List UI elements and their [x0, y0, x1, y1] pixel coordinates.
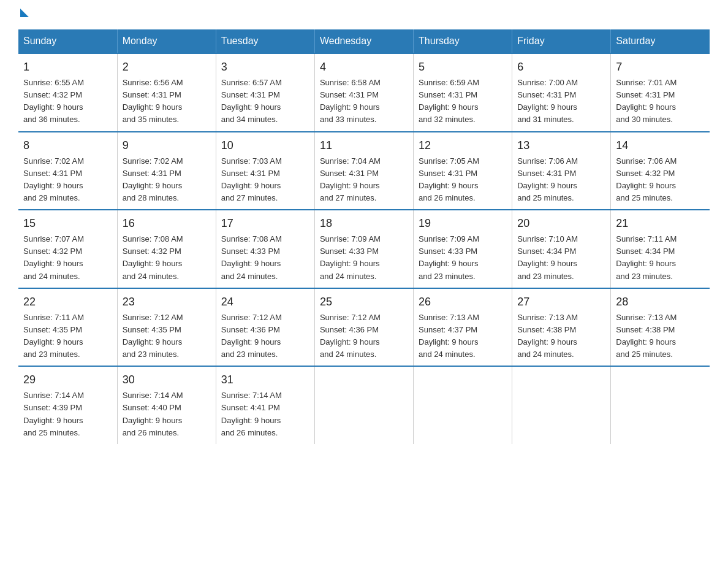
day-info: Sunrise: 7:13 AM Sunset: 4:38 PM Dayligh… [517, 312, 605, 361]
calendar-cell: 27 Sunrise: 7:13 AM Sunset: 4:38 PM Dayl… [512, 288, 611, 367]
day-info: Sunrise: 7:06 AM Sunset: 4:32 PM Dayligh… [616, 155, 705, 205]
day-number: 12 [419, 137, 507, 154]
day-number: 30 [123, 372, 211, 388]
day-number: 26 [419, 294, 507, 310]
day-number: 2 [123, 59, 211, 75]
calendar-cell: 11 Sunrise: 7:04 AM Sunset: 4:31 PM Dayl… [314, 132, 413, 210]
day-number: 4 [320, 59, 408, 75]
calendar-week-row: 29 Sunrise: 7:14 AM Sunset: 4:39 PM Dayl… [18, 366, 710, 444]
calendar-cell: 8 Sunrise: 7:02 AM Sunset: 4:31 PM Dayli… [18, 132, 117, 210]
header-monday: Monday [117, 29, 216, 53]
day-info: Sunrise: 7:11 AM Sunset: 4:34 PM Dayligh… [616, 233, 705, 283]
day-number: 7 [616, 59, 705, 75]
day-info: Sunrise: 7:11 AM Sunset: 4:35 PM Dayligh… [23, 312, 112, 361]
calendar-week-row: 8 Sunrise: 7:02 AM Sunset: 4:31 PM Dayli… [18, 132, 710, 210]
calendar-cell: 24 Sunrise: 7:12 AM Sunset: 4:36 PM Dayl… [216, 288, 314, 367]
day-number: 17 [221, 215, 309, 232]
day-info: Sunrise: 7:14 AM Sunset: 4:41 PM Dayligh… [221, 389, 309, 439]
day-info: Sunrise: 7:02 AM Sunset: 4:31 PM Dayligh… [123, 155, 211, 205]
day-number: 11 [320, 137, 408, 154]
calendar-cell: 30 Sunrise: 7:14 AM Sunset: 4:40 PM Dayl… [117, 366, 216, 444]
calendar-week-row: 15 Sunrise: 7:07 AM Sunset: 4:32 PM Dayl… [18, 210, 710, 288]
calendar-cell: 25 Sunrise: 7:12 AM Sunset: 4:36 PM Dayl… [314, 288, 413, 367]
calendar-header-row: SundayMondayTuesdayWednesdayThursdayFrid… [18, 29, 710, 53]
day-info: Sunrise: 7:02 AM Sunset: 4:31 PM Dayligh… [23, 155, 112, 205]
calendar-cell [611, 366, 710, 444]
day-number: 19 [419, 215, 507, 232]
day-number: 20 [517, 215, 605, 232]
calendar-cell: 29 Sunrise: 7:14 AM Sunset: 4:39 PM Dayl… [18, 366, 117, 444]
day-number: 21 [616, 215, 705, 232]
day-info: Sunrise: 6:56 AM Sunset: 4:31 PM Dayligh… [123, 77, 211, 126]
calendar-table: SundayMondayTuesdayWednesdayThursdayFrid… [18, 29, 710, 444]
day-number: 14 [616, 137, 705, 154]
calendar-cell: 5 Sunrise: 6:59 AM Sunset: 4:31 PM Dayli… [414, 53, 512, 132]
calendar-cell: 14 Sunrise: 7:06 AM Sunset: 4:32 PM Dayl… [611, 132, 710, 210]
header-tuesday: Tuesday [216, 29, 314, 53]
calendar-cell: 23 Sunrise: 7:12 AM Sunset: 4:35 PM Dayl… [117, 288, 216, 367]
calendar-cell: 18 Sunrise: 7:09 AM Sunset: 4:33 PM Dayl… [314, 210, 413, 288]
calendar-cell: 15 Sunrise: 7:07 AM Sunset: 4:32 PM Dayl… [18, 210, 117, 288]
day-number: 27 [517, 294, 605, 310]
day-info: Sunrise: 7:12 AM Sunset: 4:36 PM Dayligh… [221, 312, 309, 361]
day-number: 3 [221, 59, 309, 75]
day-number: 23 [123, 294, 211, 310]
day-info: Sunrise: 7:08 AM Sunset: 4:33 PM Dayligh… [221, 233, 309, 283]
day-info: Sunrise: 6:55 AM Sunset: 4:32 PM Dayligh… [23, 77, 112, 126]
calendar-week-row: 1 Sunrise: 6:55 AM Sunset: 4:32 PM Dayli… [18, 53, 710, 132]
calendar-cell [414, 366, 512, 444]
logo [18, 12, 29, 17]
calendar-cell: 9 Sunrise: 7:02 AM Sunset: 4:31 PM Dayli… [117, 132, 216, 210]
day-info: Sunrise: 7:13 AM Sunset: 4:37 PM Dayligh… [419, 312, 507, 361]
calendar-cell: 6 Sunrise: 7:00 AM Sunset: 4:31 PM Dayli… [512, 53, 611, 132]
day-info: Sunrise: 7:09 AM Sunset: 4:33 PM Dayligh… [419, 233, 507, 283]
calendar-cell: 19 Sunrise: 7:09 AM Sunset: 4:33 PM Dayl… [414, 210, 512, 288]
day-info: Sunrise: 7:10 AM Sunset: 4:34 PM Dayligh… [517, 233, 605, 283]
calendar-cell: 3 Sunrise: 6:57 AM Sunset: 4:31 PM Dayli… [216, 53, 314, 132]
day-info: Sunrise: 7:08 AM Sunset: 4:32 PM Dayligh… [123, 233, 211, 283]
day-info: Sunrise: 7:12 AM Sunset: 4:36 PM Dayligh… [320, 312, 408, 361]
day-info: Sunrise: 7:03 AM Sunset: 4:31 PM Dayligh… [221, 155, 309, 205]
day-info: Sunrise: 6:57 AM Sunset: 4:31 PM Dayligh… [221, 77, 309, 126]
calendar-cell: 26 Sunrise: 7:13 AM Sunset: 4:37 PM Dayl… [414, 288, 512, 367]
calendar-cell: 4 Sunrise: 6:58 AM Sunset: 4:31 PM Dayli… [314, 53, 413, 132]
day-number: 24 [221, 294, 309, 310]
day-number: 22 [23, 294, 112, 310]
calendar-cell [314, 366, 413, 444]
day-info: Sunrise: 7:14 AM Sunset: 4:40 PM Dayligh… [123, 389, 211, 439]
day-number: 18 [320, 215, 408, 232]
day-number: 13 [517, 137, 605, 154]
day-number: 29 [23, 372, 112, 388]
calendar-cell [512, 366, 611, 444]
day-info: Sunrise: 7:06 AM Sunset: 4:31 PM Dayligh… [517, 155, 605, 205]
day-info: Sunrise: 7:05 AM Sunset: 4:31 PM Dayligh… [419, 155, 507, 205]
day-info: Sunrise: 7:14 AM Sunset: 4:39 PM Dayligh… [23, 389, 112, 439]
day-number: 25 [320, 294, 408, 310]
day-info: Sunrise: 7:09 AM Sunset: 4:33 PM Dayligh… [320, 233, 408, 283]
page-header [18, 12, 710, 17]
day-number: 5 [419, 59, 507, 75]
calendar-cell: 28 Sunrise: 7:13 AM Sunset: 4:38 PM Dayl… [611, 288, 710, 367]
day-info: Sunrise: 7:12 AM Sunset: 4:35 PM Dayligh… [123, 312, 211, 361]
day-info: Sunrise: 7:04 AM Sunset: 4:31 PM Dayligh… [320, 155, 408, 205]
calendar-cell: 13 Sunrise: 7:06 AM Sunset: 4:31 PM Dayl… [512, 132, 611, 210]
header-friday: Friday [512, 29, 611, 53]
header-thursday: Thursday [414, 29, 512, 53]
day-number: 8 [23, 137, 112, 154]
calendar-week-row: 22 Sunrise: 7:11 AM Sunset: 4:35 PM Dayl… [18, 288, 710, 367]
day-info: Sunrise: 7:00 AM Sunset: 4:31 PM Dayligh… [517, 77, 605, 126]
calendar-cell: 2 Sunrise: 6:56 AM Sunset: 4:31 PM Dayli… [117, 53, 216, 132]
day-info: Sunrise: 7:07 AM Sunset: 4:32 PM Dayligh… [23, 233, 112, 283]
logo-line1 [18, 12, 29, 17]
header-wednesday: Wednesday [314, 29, 413, 53]
calendar-cell: 22 Sunrise: 7:11 AM Sunset: 4:35 PM Dayl… [18, 288, 117, 367]
logo-triangle-icon [20, 9, 29, 17]
day-number: 9 [123, 137, 211, 154]
calendar-cell: 10 Sunrise: 7:03 AM Sunset: 4:31 PM Dayl… [216, 132, 314, 210]
day-number: 10 [221, 137, 309, 154]
calendar-cell: 1 Sunrise: 6:55 AM Sunset: 4:32 PM Dayli… [18, 53, 117, 132]
calendar-cell: 20 Sunrise: 7:10 AM Sunset: 4:34 PM Dayl… [512, 210, 611, 288]
day-number: 15 [23, 215, 112, 232]
day-info: Sunrise: 6:58 AM Sunset: 4:31 PM Dayligh… [320, 77, 408, 126]
calendar-cell: 12 Sunrise: 7:05 AM Sunset: 4:31 PM Dayl… [414, 132, 512, 210]
